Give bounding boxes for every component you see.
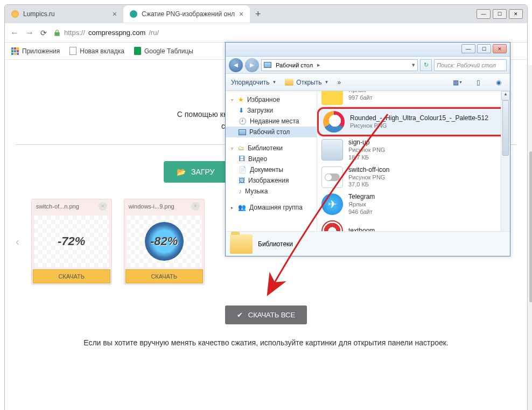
explorer-nav: ◄ ► Рабочий стол ▸ ▾ ↻ Поиск: Рабочий ст… [226,57,510,74]
close-icon[interactable]: × [113,10,117,18]
thumbnail-header: windows-i...9.png × [124,199,204,213]
chevron-right-icon: ▸ [317,61,320,68]
tab-compresspng[interactable]: Сжатие PNG-изображений онл × [123,5,250,23]
refresh-button[interactable]: ↻ [420,59,432,71]
sidebar-homegroup[interactable]: ▸👥Домашняя группа [226,202,317,213]
open-button[interactable]: Открыть▼ [285,79,328,86]
homegroup-icon: 👥 [238,204,246,211]
compression-badge: -72% [58,234,85,248]
tab-title: Lumpics.ru [23,10,55,18]
view-options-button[interactable]: ▦ ▼ [452,77,464,88]
thumbnail-card[interactable]: windows-i...9.png × -82% СКАЧАТЬ [124,199,205,285]
path-segment[interactable]: Рабочий стол [274,62,315,68]
thumbnail-card[interactable]: switch-of...n.png × -72% СКАЧАТЬ [31,199,112,285]
thumbnail-header: switch-of...n.png × [32,199,111,213]
tab-bar: Lumpics.ru × Сжатие PNG-изображений онл … [5,5,527,23]
lock-icon [53,29,61,37]
computer-icon [264,62,271,68]
chevron-down-icon[interactable]: ▾ [412,61,415,68]
close-button[interactable]: ✕ [509,9,523,19]
star-icon: ★ [238,96,244,103]
remove-icon[interactable]: × [99,202,107,211]
file-item[interactable]: ✈ Telegram Ярлык 946 байт [317,191,510,218]
search-input[interactable]: Поиск: Рабочий стол [434,59,507,71]
back-button[interactable]: ← [10,28,19,38]
url-host: compresspng.com [88,29,145,37]
minimize-button[interactable]: — [461,44,475,53]
sheets-icon [134,47,141,55]
toolbar-overflow[interactable]: » [337,79,341,86]
forward-button[interactable]: ► [245,58,259,72]
sidebar-libraries[interactable]: ▿🗂Библиотеки [226,143,317,154]
preview-pane-button[interactable]: ▯ [472,77,484,88]
bookmark-gsheets[interactable]: Google Таблицы [134,47,193,55]
apps-shortcut[interactable]: Приложения [11,47,60,55]
remove-icon[interactable]: × [191,202,200,211]
url-input[interactable]: https://compresspng.com/ru/ [53,29,159,37]
sidebar-downloads[interactable]: ⬇Загрузки [226,105,317,116]
document-icon: 📄 [239,166,247,173]
forward-button[interactable]: → [25,28,34,38]
file-item[interactable]: sign-up Рисунок PNG 18,7 КБ [317,136,510,164]
page-scrollbar[interactable] [528,65,532,410]
reload-button[interactable]: ⟳ [40,29,47,37]
close-icon[interactable]: × [239,10,243,18]
scroll-up-button[interactable]: ▲ [501,91,510,100]
explorer-statusbar: Библиотеки [226,231,510,256]
help-button[interactable]: ◉ [493,77,505,88]
sidebar-music[interactable]: ♪Музыка [226,186,317,197]
library-icon: 🗂 [238,144,244,152]
download-icon: ⬇ [239,107,244,114]
png-icon [321,139,343,161]
url-path: /ru/ [149,29,159,37]
palette-icon [323,111,345,133]
video-icon: 🎞 [239,155,245,163]
close-button[interactable]: ✕ [493,44,507,53]
thumbnail-preview: -72% [34,216,109,267]
thumbnail-filename: switch-of...n.png [36,203,79,210]
explorer-toolbar: Упорядочить▼ Открыть▼ » ▦ ▼ ▯ ◉ [226,74,510,91]
explorer-window: — ☐ ✕ ◄ ► Рабочий стол ▸ ▾ ↻ Поиск: Рабо… [225,42,510,256]
file-item-selected[interactable]: Rounded_-_High_Ultra_Colour15_-_Palette-… [317,107,510,136]
tab-favicon [11,10,19,18]
music-icon: ♪ [239,187,242,195]
footnote-text: Если вы хотите вручную менять качество с… [16,338,516,347]
desktop-icon [239,129,246,135]
minimize-button[interactable]: — [477,9,491,19]
download-button[interactable]: СКАЧАТЬ [33,269,110,283]
sidebar-desktop[interactable]: Рабочий стол [226,127,317,137]
organize-menu[interactable]: Упорядочить▼ [231,79,276,86]
file-item[interactable]: switch-off-icon Рисунок PNG 37,0 КБ [317,164,510,191]
url-protocol: https:// [64,29,85,37]
thumbnail-filename: windows-i...9.png [129,203,174,210]
download-all-button[interactable]: ✔ СКАЧАТЬ ВСЕ [225,305,307,324]
png-icon [321,166,343,188]
back-button[interactable]: ◄ [229,58,243,72]
sidebar-documents[interactable]: 📄Документы [226,164,317,175]
sidebar-favorites[interactable]: ▿★Избранное [226,94,317,105]
explorer-titlebar[interactable]: — ☐ ✕ [226,43,510,57]
path-breadcrumb[interactable]: Рабочий стол ▸ ▾ [261,59,418,71]
sidebar-recent[interactable]: 🕘Недавние места [226,116,317,127]
sidebar-images[interactable]: 🖼Изображения [226,175,317,186]
apps-icon [11,47,19,55]
window-controls: — ☐ ✕ [477,9,527,19]
folder-icon [230,234,253,254]
tab-lumpics[interactable]: Lumpics.ru × [5,5,123,23]
thumbnail-preview: -82% [127,216,202,267]
download-button[interactable]: СКАЧАТЬ [125,269,203,283]
bookmark-new-tab[interactable]: Новая вкладка [69,47,124,55]
carousel-prev[interactable]: ‹ [16,235,19,248]
folder-icon [285,79,293,86]
maximize-button[interactable]: ☐ [493,9,507,19]
telegram-icon: ✈ [321,193,343,215]
maximize-button[interactable]: ☐ [477,44,491,53]
shortcut-icon [321,91,343,105]
page-icon [69,47,76,55]
image-icon: 🖼 [239,177,245,184]
apps-label: Приложения [22,47,60,55]
upload-button[interactable]: 📂 ЗАГРУ [164,161,228,183]
sidebar-video[interactable]: 🎞Видео [226,154,317,164]
file-item[interactable]: Ярлык 997 байт [317,91,510,107]
new-tab-button[interactable]: + [250,9,267,20]
